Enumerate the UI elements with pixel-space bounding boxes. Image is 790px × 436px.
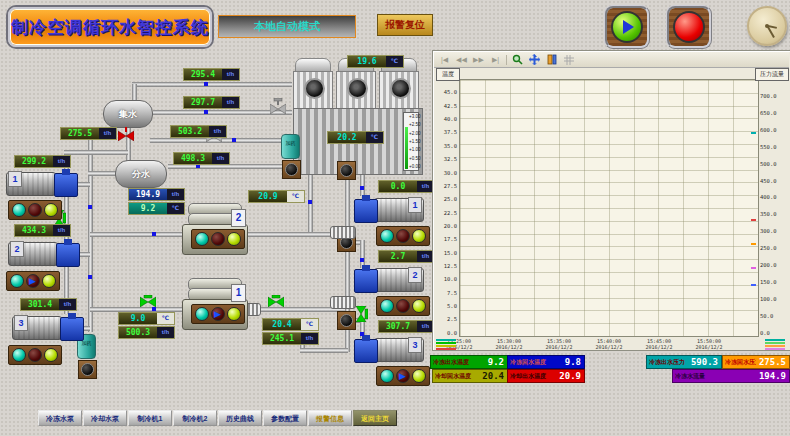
readout-unit: ℃ (167, 203, 184, 214)
flex-connector (330, 226, 356, 239)
axis-tick-label: 600.0 (760, 127, 777, 133)
left-pump-2[interactable]: 2 (8, 238, 80, 268)
sensor-dot (88, 275, 92, 279)
readout-value: 498.3 (174, 153, 212, 164)
nav-return-home[interactable]: 返回主页 (353, 410, 397, 426)
readout-value: 297.7 (184, 97, 222, 108)
status-lamp-power (44, 348, 58, 362)
pan-icon[interactable] (528, 54, 541, 66)
green-valve[interactable] (140, 295, 156, 307)
readout-value: 9.0 (119, 313, 157, 324)
mode-display[interactable]: 本地自动模式 (218, 15, 356, 38)
temp-readout: 20.9℃ (248, 190, 305, 203)
axis-tick-label: 37.5 (444, 129, 457, 135)
chiller-status-lights: ▶ (191, 304, 245, 324)
forward-icon[interactable]: ▶▶ (472, 54, 485, 66)
level-tick: +2.00 (409, 131, 418, 136)
nav-alarm-info[interactable]: 报警信息 (308, 410, 352, 426)
sensor-dot (360, 332, 364, 336)
readout-unit: ℃ (386, 56, 403, 67)
pump-head (354, 199, 378, 223)
play-icon (623, 20, 634, 34)
status-lamp-power (412, 299, 426, 313)
readout-unit: t/h (53, 225, 70, 236)
tank-label: 分水 (132, 168, 150, 181)
last-page-icon[interactable]: ▶| (489, 54, 502, 66)
left-pump-3[interactable]: 3 (12, 312, 84, 342)
temp-readout: 20.4℃ (262, 318, 319, 331)
temp-readout: 9.2℃ (128, 202, 185, 215)
value-tile: 冷冻出水温度9.2 (430, 355, 508, 369)
value-tile: 冷冻回水温度9.8 (507, 355, 585, 369)
tile-label: 冷却回水温度 (433, 370, 479, 382)
pen-marker (751, 284, 756, 286)
gate-valve-red[interactable] (118, 127, 134, 141)
pump-status-lights: ▶ (376, 366, 430, 386)
axis-tick-label: 45.0 (444, 89, 457, 95)
sensor-dot (308, 200, 312, 204)
toolbar-separator (506, 55, 507, 65)
first-page-icon[interactable]: |◀ (438, 54, 451, 66)
trend-chart-panel: |◀ ◀◀ ▶▶ ▶| 温度 压力流量 47.545.042.540.037.5… (432, 50, 790, 351)
status-lamp-green (380, 229, 394, 243)
page-title: 制冷空调循环水智控系统 (11, 16, 209, 39)
legend-line-icon (765, 348, 785, 350)
strainer (337, 161, 356, 180)
level-tick: +3.00 (409, 114, 418, 119)
fan-icon (304, 78, 325, 99)
readout-unit: t/h (99, 128, 116, 139)
value-tile: 冷冻回水压力275.5 (722, 355, 790, 369)
grid-tool-icon[interactable] (562, 54, 575, 66)
tile-label: 冷却出水温度 (508, 370, 556, 382)
tile-value: 20.9 (556, 370, 584, 382)
chiller-number: 1 (231, 284, 246, 302)
cooling-tower-group[interactable]: +3.00 +2.50 +2.00 +1.50 +1.00 +0.50 +0.0… (293, 58, 423, 175)
nav-history-curve[interactable]: 历史曲线 (218, 410, 262, 426)
flow-readout: 295.4t/h (183, 68, 240, 81)
pipe (132, 82, 292, 87)
sensor-dot (152, 232, 156, 236)
strainer (78, 360, 97, 379)
chiller-2[interactable]: 2 (182, 203, 248, 255)
green-valve[interactable] (268, 295, 284, 307)
nav-parameter-config[interactable]: 参数配置 (263, 410, 307, 426)
trend-plot-area[interactable] (459, 79, 759, 337)
left-pump-1[interactable]: 1 (6, 168, 78, 198)
status-lamp-run: ▶ (396, 369, 410, 383)
axis-tick-label: 250.0 (760, 245, 777, 251)
nav-chilled-pumps[interactable]: 冷冻水泵 (38, 410, 82, 426)
actuator-valve[interactable] (270, 98, 286, 114)
fan-icon (347, 78, 368, 99)
legend-line-icon (436, 348, 456, 350)
stop-lamp-icon (673, 11, 705, 43)
right-pump-1[interactable]: 1 (352, 194, 424, 224)
start-button[interactable] (604, 5, 650, 49)
readout-unit: t/h (53, 156, 70, 167)
tile-value: 9.2 (485, 356, 507, 368)
cooling-tower[interactable] (293, 58, 333, 110)
nav-chiller-1[interactable]: 制冷机1 (128, 410, 172, 426)
running-indicator-icon: ▶ (399, 370, 406, 382)
nav-cooling-pumps[interactable]: 冷却水泵 (83, 410, 127, 426)
nav-chiller-2[interactable]: 制冷机2 (173, 410, 217, 426)
readout-value: 19.6 (348, 56, 386, 67)
legend-line-icon (436, 345, 456, 347)
status-lamp-power (227, 232, 241, 246)
tile-label: 冷冻水流量 (673, 370, 756, 382)
right-pump-2[interactable]: 2 (352, 264, 424, 294)
green-valve[interactable] (354, 306, 368, 322)
pump-number: 1 (8, 171, 22, 187)
chiller-1[interactable]: 1 ▶ (182, 278, 248, 330)
rewind-icon[interactable]: ◀◀ (455, 54, 468, 66)
readout-unit: ℃ (366, 132, 383, 143)
alarm-reset-button[interactable]: 报警复位 (377, 14, 433, 36)
zoom-icon[interactable] (511, 54, 524, 66)
temp-readout: 20.2℃ (327, 131, 384, 144)
stop-button[interactable] (666, 5, 712, 49)
cursor-tool-icon[interactable] (545, 54, 558, 66)
axis-tick-label: 650.0 (760, 110, 777, 116)
right-pump-3[interactable]: 3 (352, 334, 424, 364)
status-lamp-green (380, 369, 394, 383)
chiller-status-lights (191, 229, 245, 249)
date-text: 2016/12/2 (585, 344, 633, 350)
